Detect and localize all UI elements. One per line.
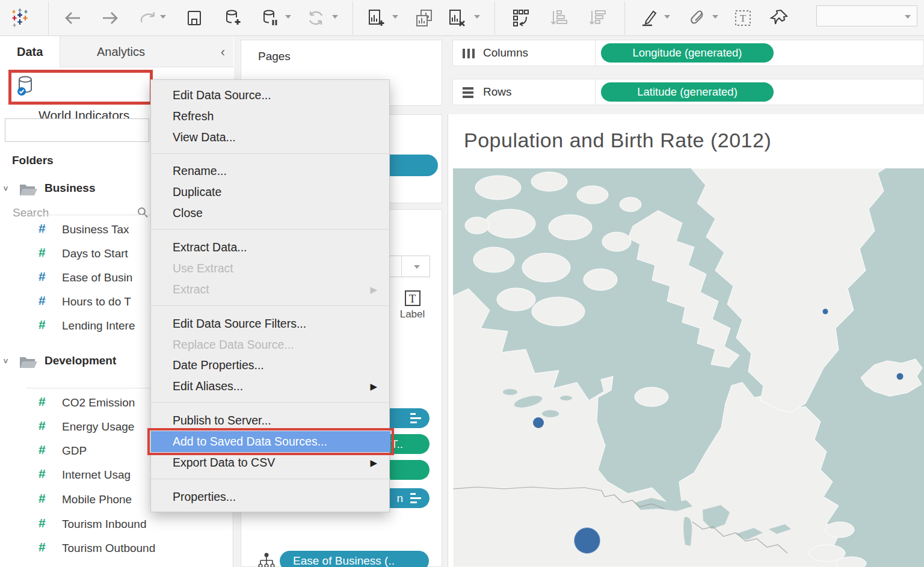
datasource-context-menu: Edit Data Source... Refresh View Data...… <box>150 79 390 512</box>
rows-shelf[interactable]: Rows Latitude (generated) <box>452 79 924 105</box>
menu-separator <box>151 229 390 230</box>
redo-icon[interactable] <box>137 8 158 28</box>
chevron-down-icon[interactable]: ∨ <box>2 357 9 365</box>
menu-item-rename[interactable]: Rename... <box>151 161 390 182</box>
collapse-pane-icon[interactable]: ‹ <box>221 44 225 60</box>
fix-axes-pin-icon[interactable] <box>769 8 789 28</box>
duplicate-sheet-icon[interactable] <box>414 8 434 28</box>
sort-ascending-icon[interactable] <box>549 8 569 28</box>
menu-item-replace-data-source: Replace Data Source... <box>151 334 390 355</box>
highlight-icon[interactable] <box>639 8 659 28</box>
new-data-source-icon[interactable] <box>223 8 243 28</box>
field-tourism-outbound[interactable]: # Tourism Outbound <box>0 537 233 561</box>
run-update-icon[interactable] <box>306 8 326 28</box>
menu-item-edit-data-source-filters[interactable]: Edit Data Source Filters... <box>151 313 390 334</box>
number-icon: # <box>38 317 46 332</box>
tableau-window: T Data Analytics ‹ World Indic <box>0 0 924 567</box>
detail-pill-ease-of-business[interactable]: Ease of Business (.. <box>280 551 429 567</box>
sort-descending-icon[interactable] <box>587 8 608 28</box>
map-data-mark[interactable] <box>897 373 904 380</box>
group-dropdown-caret[interactable] <box>712 15 718 19</box>
columns-icon <box>461 47 476 60</box>
folder-name: Business <box>45 182 95 195</box>
tab-data[interactable]: Data <box>0 36 60 67</box>
redo-dropdown-caret[interactable] <box>160 15 166 19</box>
chevron-down-icon[interactable]: ∨ <box>2 184 9 192</box>
number-icon: # <box>38 491 46 506</box>
back-icon[interactable] <box>63 8 83 28</box>
number-icon: # <box>38 293 46 308</box>
field-label: Energy Usage <box>62 420 134 434</box>
label-button-text: Label <box>389 308 436 320</box>
menu-separator <box>151 305 390 306</box>
clear-sheet-dropdown-caret[interactable] <box>474 15 480 19</box>
menu-item-date-properties[interactable]: Date Properties... <box>151 355 390 376</box>
new-worksheet-dropdown-caret[interactable] <box>392 15 398 19</box>
search-placeholder: Search <box>13 206 49 219</box>
toolbar-separator <box>494 1 495 35</box>
mark-type-caret[interactable] <box>414 265 420 269</box>
menu-item-close[interactable]: Close <box>151 203 390 224</box>
menu-item-view-data[interactable]: View Data... <box>151 127 390 148</box>
columns-shelf[interactable]: Columns Longitude (generated) <box>452 40 924 66</box>
number-icon: # <box>38 443 46 457</box>
pane-tabbar: Data Analytics ‹ <box>0 36 233 67</box>
number-icon: # <box>38 221 46 236</box>
highlight-dropdown-caret[interactable] <box>664 15 670 19</box>
divider <box>595 79 596 105</box>
menu-separator <box>151 402 390 403</box>
divider <box>401 256 402 277</box>
field-label: Lending Intere <box>62 319 135 333</box>
rows-icon <box>461 86 476 99</box>
swap-rows-columns-icon[interactable] <box>510 8 531 28</box>
map-data-mark[interactable] <box>533 417 544 428</box>
annotation-box-menu-item <box>147 428 394 455</box>
hierarchy-icon <box>258 552 275 567</box>
map-data-mark[interactable] <box>574 527 600 554</box>
toolbar: T <box>0 0 924 36</box>
clear-sheet-icon[interactable] <box>446 8 467 28</box>
field-tourism-inbound[interactable]: # Tourism Inbound <box>0 513 233 537</box>
search-input[interactable]: Search <box>5 118 149 142</box>
fit-selector-caret[interactable] <box>905 15 911 19</box>
pages-card-title: Pages <box>258 50 291 63</box>
field-label: CO2 Emission <box>62 396 135 409</box>
shelf-area: Columns Longitude (generated) Rows Latit… <box>448 36 924 114</box>
label-button[interactable]: T Label <box>389 286 436 334</box>
divider <box>595 40 596 66</box>
menu-item-refresh[interactable]: Refresh <box>151 106 390 127</box>
tableau-logo-icon <box>10 8 30 28</box>
search-icon[interactable] <box>137 206 149 218</box>
map-data-mark[interactable] <box>823 309 828 314</box>
pause-auto-updates-icon[interactable] <box>260 8 280 28</box>
folders-heading: Folders <box>12 154 54 167</box>
menu-item-extract-data[interactable]: Extract Data... <box>151 237 390 258</box>
columns-pill-longitude[interactable]: Longitude (generated) <box>601 43 774 63</box>
pill-label-fragment: n <box>396 488 403 508</box>
pause-dropdown-caret[interactable] <box>285 15 291 19</box>
menu-item-edit-aliases[interactable]: Edit Aliases... <box>151 376 390 397</box>
field-label: Internet Usag <box>62 468 131 482</box>
rows-pill-latitude[interactable]: Latitude (generated) <box>601 82 774 102</box>
forward-icon[interactable] <box>100 8 120 28</box>
menu-item-properties[interactable]: Properties... <box>151 486 390 507</box>
svg-text:T: T <box>740 13 747 24</box>
number-icon: # <box>38 394 46 409</box>
menu-item-edit-data-source[interactable]: Edit Data Source... <box>151 85 390 106</box>
field-label: Ease of Busin <box>62 271 132 284</box>
save-icon[interactable] <box>184 8 205 28</box>
fit-selector[interactable] <box>816 5 917 26</box>
menu-item-export-data-to-csv[interactable]: Export Data to CSV <box>151 452 390 473</box>
new-worksheet-icon[interactable] <box>366 8 386 28</box>
group-members-icon[interactable] <box>687 8 707 28</box>
worksheet-view: Population and Birth Rate (2012) <box>448 114 924 567</box>
show-mark-labels-icon[interactable]: T <box>733 8 753 28</box>
sheet-title: Population and Birth Rate (2012) <box>464 129 771 152</box>
annotation-box-datasource <box>8 70 153 105</box>
menu-item-duplicate[interactable]: Duplicate <box>151 182 390 203</box>
menu-separator <box>151 479 390 479</box>
field-label: Hours to do T <box>62 295 131 308</box>
tab-analytics[interactable]: Analytics <box>80 36 162 67</box>
map-canvas[interactable] <box>453 168 924 567</box>
run-update-dropdown-caret[interactable] <box>332 15 338 19</box>
